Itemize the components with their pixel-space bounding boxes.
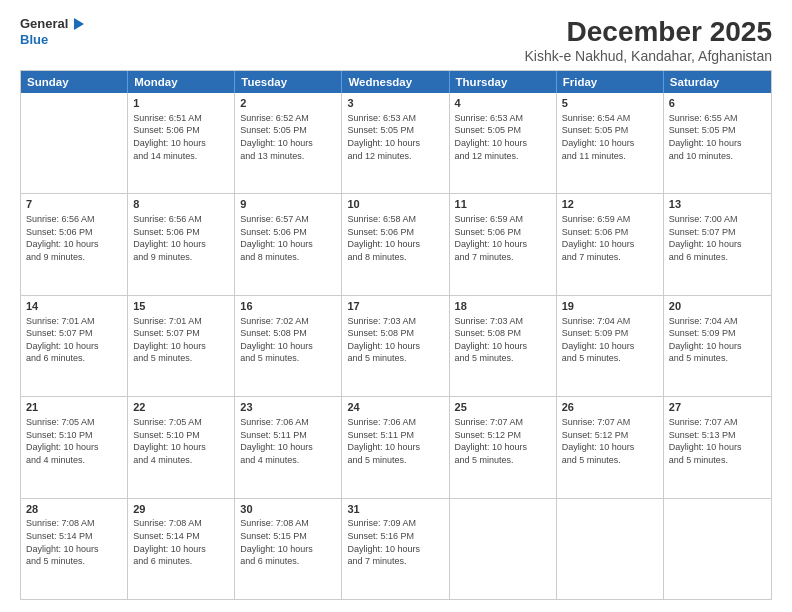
header-day-0: Sunday <box>21 71 128 93</box>
day-number: 15 <box>133 299 229 314</box>
day-number: 3 <box>347 96 443 111</box>
header-day-5: Friday <box>557 71 664 93</box>
week-5: 28Sunrise: 7:08 AM Sunset: 5:14 PM Dayli… <box>21 499 771 599</box>
header: General Blue December 2025 Kishk-e Nakhu… <box>20 16 772 64</box>
cell-w2-d5: 12Sunrise: 6:59 AM Sunset: 5:06 PM Dayli… <box>557 194 664 294</box>
cell-w1-d2: 2Sunrise: 6:52 AM Sunset: 5:05 PM Daylig… <box>235 93 342 193</box>
day-number: 23 <box>240 400 336 415</box>
cell-w4-d3: 24Sunrise: 7:06 AM Sunset: 5:11 PM Dayli… <box>342 397 449 497</box>
cell-w3-d2: 16Sunrise: 7:02 AM Sunset: 5:08 PM Dayli… <box>235 296 342 396</box>
cell-w4-d4: 25Sunrise: 7:07 AM Sunset: 5:12 PM Dayli… <box>450 397 557 497</box>
calendar: SundayMondayTuesdayWednesdayThursdayFrid… <box>20 70 772 600</box>
cell-w5-d0: 28Sunrise: 7:08 AM Sunset: 5:14 PM Dayli… <box>21 499 128 599</box>
cell-info: Sunrise: 6:56 AM Sunset: 5:06 PM Dayligh… <box>26 213 122 263</box>
day-number: 11 <box>455 197 551 212</box>
cell-info: Sunrise: 6:57 AM Sunset: 5:06 PM Dayligh… <box>240 213 336 263</box>
cell-w5-d4 <box>450 499 557 599</box>
cell-info: Sunrise: 6:53 AM Sunset: 5:05 PM Dayligh… <box>347 112 443 162</box>
page-subtitle: Kishk-e Nakhud, Kandahar, Afghanistan <box>524 48 772 64</box>
cell-info: Sunrise: 6:56 AM Sunset: 5:06 PM Dayligh… <box>133 213 229 263</box>
calendar-header: SundayMondayTuesdayWednesdayThursdayFrid… <box>21 71 771 93</box>
cell-info: Sunrise: 6:58 AM Sunset: 5:06 PM Dayligh… <box>347 213 443 263</box>
day-number: 7 <box>26 197 122 212</box>
cell-info: Sunrise: 7:00 AM Sunset: 5:07 PM Dayligh… <box>669 213 766 263</box>
week-4: 21Sunrise: 7:05 AM Sunset: 5:10 PM Dayli… <box>21 397 771 498</box>
cell-w4-d6: 27Sunrise: 7:07 AM Sunset: 5:13 PM Dayli… <box>664 397 771 497</box>
cell-w4-d1: 22Sunrise: 7:05 AM Sunset: 5:10 PM Dayli… <box>128 397 235 497</box>
cell-w3-d0: 14Sunrise: 7:01 AM Sunset: 5:07 PM Dayli… <box>21 296 128 396</box>
cell-info: Sunrise: 7:08 AM Sunset: 5:14 PM Dayligh… <box>133 517 229 567</box>
cell-w3-d3: 17Sunrise: 7:03 AM Sunset: 5:08 PM Dayli… <box>342 296 449 396</box>
cell-w5-d2: 30Sunrise: 7:08 AM Sunset: 5:15 PM Dayli… <box>235 499 342 599</box>
cell-w2-d3: 10Sunrise: 6:58 AM Sunset: 5:06 PM Dayli… <box>342 194 449 294</box>
day-number: 26 <box>562 400 658 415</box>
cell-info: Sunrise: 7:07 AM Sunset: 5:12 PM Dayligh… <box>455 416 551 466</box>
week-2: 7Sunrise: 6:56 AM Sunset: 5:06 PM Daylig… <box>21 194 771 295</box>
cell-w4-d5: 26Sunrise: 7:07 AM Sunset: 5:12 PM Dayli… <box>557 397 664 497</box>
cell-info: Sunrise: 7:07 AM Sunset: 5:13 PM Dayligh… <box>669 416 766 466</box>
cell-info: Sunrise: 7:02 AM Sunset: 5:08 PM Dayligh… <box>240 315 336 365</box>
day-number: 13 <box>669 197 766 212</box>
cell-w2-d2: 9Sunrise: 6:57 AM Sunset: 5:06 PM Daylig… <box>235 194 342 294</box>
day-number: 14 <box>26 299 122 314</box>
day-number: 21 <box>26 400 122 415</box>
day-number: 6 <box>669 96 766 111</box>
cell-w5-d5 <box>557 499 664 599</box>
cell-w2-d0: 7Sunrise: 6:56 AM Sunset: 5:06 PM Daylig… <box>21 194 128 294</box>
cell-info: Sunrise: 7:03 AM Sunset: 5:08 PM Dayligh… <box>455 315 551 365</box>
cell-w3-d1: 15Sunrise: 7:01 AM Sunset: 5:07 PM Dayli… <box>128 296 235 396</box>
svg-marker-0 <box>74 18 84 30</box>
cell-w2-d6: 13Sunrise: 7:00 AM Sunset: 5:07 PM Dayli… <box>664 194 771 294</box>
day-number: 10 <box>347 197 443 212</box>
page-title: December 2025 <box>524 16 772 48</box>
day-number: 25 <box>455 400 551 415</box>
cell-info: Sunrise: 7:01 AM Sunset: 5:07 PM Dayligh… <box>26 315 122 365</box>
calendar-body: 1Sunrise: 6:51 AM Sunset: 5:06 PM Daylig… <box>21 93 771 599</box>
header-day-6: Saturday <box>664 71 771 93</box>
day-number: 28 <box>26 502 122 517</box>
day-number: 4 <box>455 96 551 111</box>
cell-info: Sunrise: 7:06 AM Sunset: 5:11 PM Dayligh… <box>240 416 336 466</box>
day-number: 2 <box>240 96 336 111</box>
cell-w1-d4: 4Sunrise: 6:53 AM Sunset: 5:05 PM Daylig… <box>450 93 557 193</box>
cell-w3-d6: 20Sunrise: 7:04 AM Sunset: 5:09 PM Dayli… <box>664 296 771 396</box>
cell-info: Sunrise: 7:04 AM Sunset: 5:09 PM Dayligh… <box>562 315 658 365</box>
cell-info: Sunrise: 7:07 AM Sunset: 5:12 PM Dayligh… <box>562 416 658 466</box>
cell-w1-d3: 3Sunrise: 6:53 AM Sunset: 5:05 PM Daylig… <box>342 93 449 193</box>
cell-w5-d1: 29Sunrise: 7:08 AM Sunset: 5:14 PM Dayli… <box>128 499 235 599</box>
cell-info: Sunrise: 6:53 AM Sunset: 5:05 PM Dayligh… <box>455 112 551 162</box>
cell-w2-d1: 8Sunrise: 6:56 AM Sunset: 5:06 PM Daylig… <box>128 194 235 294</box>
cell-info: Sunrise: 7:09 AM Sunset: 5:16 PM Dayligh… <box>347 517 443 567</box>
header-day-3: Wednesday <box>342 71 449 93</box>
day-number: 17 <box>347 299 443 314</box>
day-number: 1 <box>133 96 229 111</box>
cell-w1-d1: 1Sunrise: 6:51 AM Sunset: 5:06 PM Daylig… <box>128 93 235 193</box>
week-3: 14Sunrise: 7:01 AM Sunset: 5:07 PM Dayli… <box>21 296 771 397</box>
day-number: 30 <box>240 502 336 517</box>
cell-info: Sunrise: 7:08 AM Sunset: 5:15 PM Dayligh… <box>240 517 336 567</box>
cell-w3-d5: 19Sunrise: 7:04 AM Sunset: 5:09 PM Dayli… <box>557 296 664 396</box>
title-block: December 2025 Kishk-e Nakhud, Kandahar, … <box>524 16 772 64</box>
cell-info: Sunrise: 7:08 AM Sunset: 5:14 PM Dayligh… <box>26 517 122 567</box>
day-number: 29 <box>133 502 229 517</box>
day-number: 12 <box>562 197 658 212</box>
cell-w1-d5: 5Sunrise: 6:54 AM Sunset: 5:05 PM Daylig… <box>557 93 664 193</box>
cell-info: Sunrise: 7:05 AM Sunset: 5:10 PM Dayligh… <box>26 416 122 466</box>
day-number: 22 <box>133 400 229 415</box>
day-number: 18 <box>455 299 551 314</box>
logo-arrow-icon <box>70 16 86 32</box>
cell-info: Sunrise: 6:59 AM Sunset: 5:06 PM Dayligh… <box>562 213 658 263</box>
cell-info: Sunrise: 7:01 AM Sunset: 5:07 PM Dayligh… <box>133 315 229 365</box>
day-number: 8 <box>133 197 229 212</box>
day-number: 19 <box>562 299 658 314</box>
cell-w1-d6: 6Sunrise: 6:55 AM Sunset: 5:05 PM Daylig… <box>664 93 771 193</box>
cell-w1-d0 <box>21 93 128 193</box>
cell-info: Sunrise: 7:04 AM Sunset: 5:09 PM Dayligh… <box>669 315 766 365</box>
cell-w3-d4: 18Sunrise: 7:03 AM Sunset: 5:08 PM Dayli… <box>450 296 557 396</box>
header-day-1: Monday <box>128 71 235 93</box>
cell-info: Sunrise: 6:51 AM Sunset: 5:06 PM Dayligh… <box>133 112 229 162</box>
week-1: 1Sunrise: 6:51 AM Sunset: 5:06 PM Daylig… <box>21 93 771 194</box>
cell-info: Sunrise: 7:05 AM Sunset: 5:10 PM Dayligh… <box>133 416 229 466</box>
cell-info: Sunrise: 7:06 AM Sunset: 5:11 PM Dayligh… <box>347 416 443 466</box>
cell-w5-d6 <box>664 499 771 599</box>
